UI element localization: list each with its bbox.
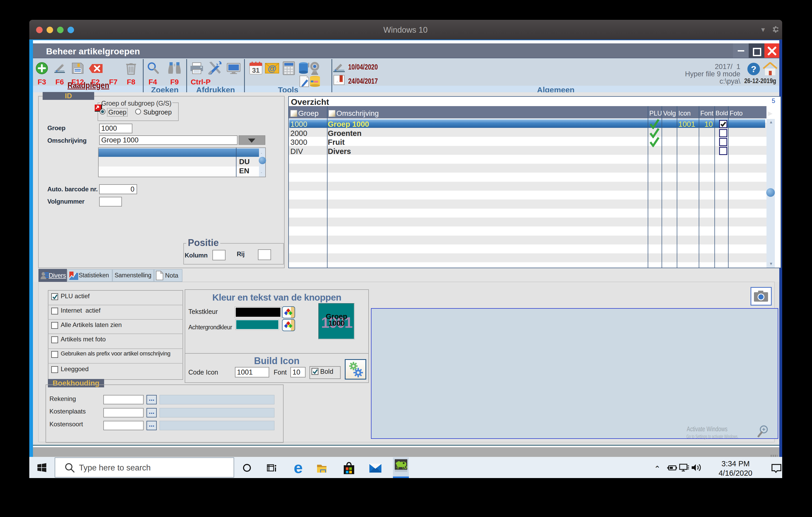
svg-text:@: @ [268,63,276,73]
svg-text:31: 31 [252,66,260,74]
